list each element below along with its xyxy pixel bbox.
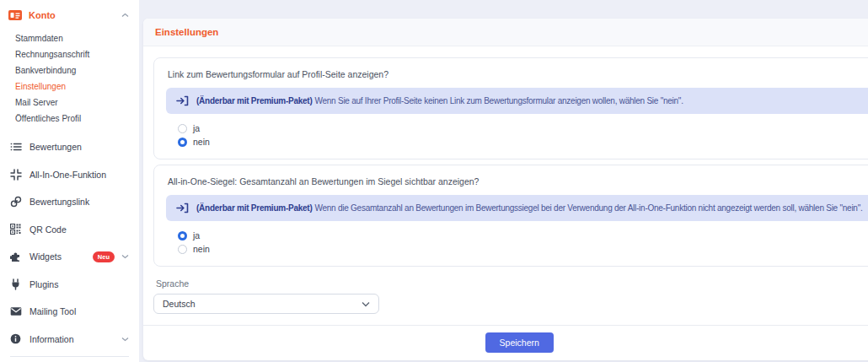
sidebar-item-einstellungen[interactable]: Einstellungen [15,78,139,95]
premium-note: (Änderbar mit Premium-Paket)Wenn die Ges… [166,195,868,221]
qr-code-icon [8,224,23,235]
note-text: (Änderbar mit Premium-Paket)Wenn die Ges… [196,203,863,213]
radio-group-siegel-count: ja nein [178,229,868,256]
new-badge: Neu [93,251,115,262]
setting-section-siegel-count: All-in-One-Siegel: Gesamtanzahl an Bewer… [153,165,868,267]
konto-submenu: Stammdaten Rechnungsanschrift Bankverbin… [0,30,139,127]
language-select[interactable]: Deutsch [153,294,379,314]
sidebar-item-stammdaten[interactable]: Stammdaten [15,30,139,46]
sidebar: Konto Stammdaten Rechnungsanschrift Bank… [0,0,139,362]
sidebar-item-widgets[interactable]: Widgets Neu [0,243,139,271]
card-title: Einstellungen [143,19,868,46]
settings-card: Einstellungen Link zum Bewertungsformula… [143,19,868,360]
radio-group-profile-link: ja nein [178,122,868,149]
compress-icon [8,169,23,181]
sidebar-item-plugins[interactable]: Plugins [0,271,139,299]
card-body: Link zum Bewertungsformular auf Profil-S… [143,46,868,325]
plug-icon [8,278,23,290]
sidebar-item-mail-server[interactable]: Mail Server [15,95,139,111]
radio-option-nein[interactable]: nein [178,135,868,149]
puzzle-icon [8,251,23,262]
sidebar-item-bankverbindung[interactable]: Bankverbindung [15,62,139,78]
setting-section-profile-link: Link zum Bewertungsformular auf Profil-S… [153,57,868,159]
sidebar-divider [10,356,129,357]
note-text: (Änderbar mit Premium-Paket)Wenn Sie auf… [196,96,683,105]
radio-option-nein[interactable]: nein [178,242,868,256]
save-button[interactable]: Speichern [485,332,554,353]
sidebar-item-all-in-one-funktion[interactable]: All-In-One-Funktion [0,161,139,189]
sign-in-icon [176,95,189,106]
language-selected-value: Deutsch [163,299,196,309]
radio-icon[interactable] [178,124,187,133]
question-text: All-in-One-Siegel: Gesamtanzahl an Bewer… [168,176,868,186]
sidebar-menu: Bewertungen All-In-One-Funktion Bewertun… [0,133,139,353]
list-icon [8,141,23,153]
chevron-down-icon [121,254,129,259]
info-icon [8,333,23,344]
sidebar-item-bewertungslink[interactable]: Bewertungslink [0,188,139,216]
sidebar-item-mailing-tool[interactable]: Mailing Tool [0,298,139,326]
link-icon [8,196,23,208]
sidebar-item-bewertungen[interactable]: Bewertungen [0,133,139,161]
chevron-up-icon [121,13,129,18]
sign-in-icon [176,203,189,213]
language-label: Sprache [156,278,868,289]
radio-icon[interactable] [178,245,187,254]
sidebar-item-rechnungsanschrift[interactable]: Rechnungsanschrift [15,46,139,62]
chevron-down-icon [121,337,129,342]
chevron-down-icon [362,301,370,307]
radio-icon-checked[interactable] [178,231,187,240]
question-text: Link zum Bewertungsformular auf Profil-S… [168,69,868,79]
sidebar-item-qr-code[interactable]: QR Code [0,216,139,244]
main-content: Einstellungen Link zum Bewertungsformula… [139,0,868,362]
radio-option-ja[interactable]: ja [178,229,868,242]
envelope-icon [8,306,23,316]
premium-note: (Änderbar mit Premium-Paket)Wenn Sie auf… [166,88,868,114]
sidebar-item-oeffentliches-profil[interactable]: Öffentliches Profil [15,111,139,127]
radio-icon-checked[interactable] [178,138,187,147]
radio-option-ja[interactable]: ja [178,122,868,135]
sidebar-konto-label: Konto [29,10,121,20]
sidebar-item-konto[interactable]: Konto [0,7,139,24]
sidebar-item-information[interactable]: Information [0,326,139,354]
address-card-icon [8,10,22,20]
card-footer: Speichern [143,325,868,360]
